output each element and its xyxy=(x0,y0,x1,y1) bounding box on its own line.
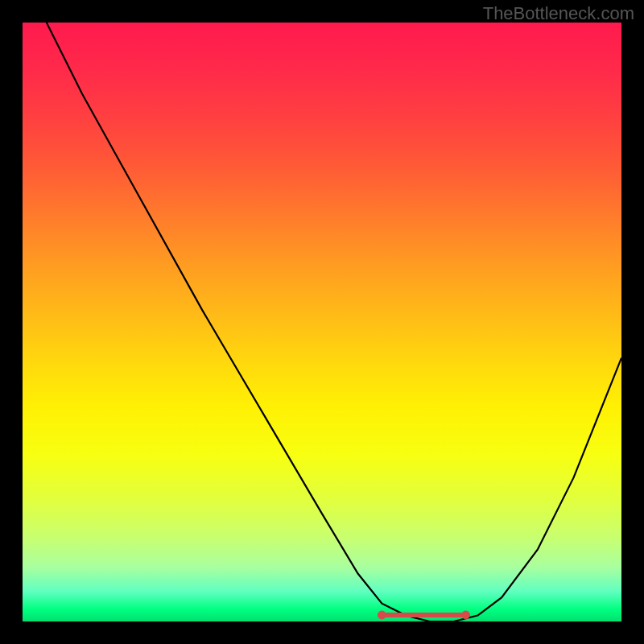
plot-area xyxy=(23,23,621,621)
optimal-start-marker xyxy=(378,611,386,619)
watermark-text: TheBottleneck.com xyxy=(483,3,634,24)
chart-svg xyxy=(23,23,621,621)
optimal-end-marker xyxy=(462,611,470,619)
bottleneck-curve xyxy=(47,23,621,621)
